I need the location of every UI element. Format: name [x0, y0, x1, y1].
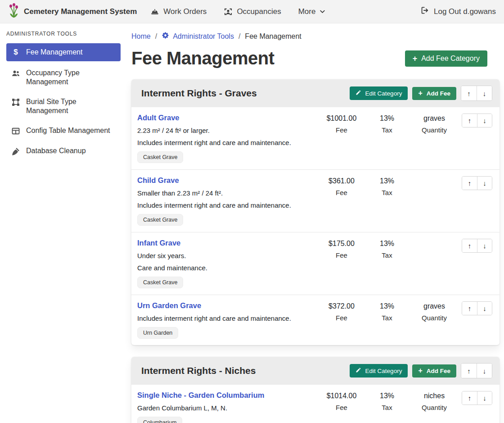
fee-description-1: Smaller than 2.23 m² / 24 ft².	[137, 189, 312, 197]
breadcrumb-current: Fee Management	[245, 32, 301, 41]
move-fee-down-button[interactable]: ↓	[477, 391, 492, 405]
users-icon	[11, 69, 21, 78]
breadcrumb: Home / Administrator Tools / Fee Managem…	[131, 32, 500, 41]
add-fee-button[interactable]: + Add Fee	[412, 364, 456, 378]
fee-name-link[interactable]: Urn Garden Grave	[137, 301, 201, 310]
top-navbar: Cemetery Management System Work Orders	[0, 0, 504, 23]
category-header: Interment Rights - Niches Edit Category …	[131, 357, 500, 385]
fee-info: Child Grave Smaller than 2.23 m² / 24 ft…	[137, 176, 317, 226]
move-fee-down-button[interactable]: ↓	[477, 114, 492, 127]
fee-row: Single Niche - Garden Columbarium Garden…	[131, 385, 500, 423]
fee-amount-value: $1014.00	[317, 392, 366, 400]
sidebar-item-database-cleanup[interactable]: Database Cleanup	[6, 143, 121, 159]
category-title: Interment Rights - Niches	[141, 365, 345, 376]
move-fee-down-button[interactable]: ↓	[477, 239, 492, 252]
fee-row: Infant Grave Under six years. Care and m…	[131, 232, 500, 295]
move-category-up-button[interactable]: ↑	[461, 364, 477, 378]
nav-links: Work Orders Occupancies More	[150, 7, 325, 16]
edit-category-button[interactable]: Edit Category	[350, 86, 408, 100]
category-header: Interment Rights - Graves Edit Category …	[131, 79, 500, 107]
tax-label: Tax	[366, 404, 408, 411]
edit-category-label: Edit Category	[365, 368, 402, 374]
user-frame-icon	[224, 7, 233, 16]
fee-reorder-group: ↑ ↓	[462, 391, 492, 405]
fee-name-link[interactable]: Adult Grave	[137, 114, 180, 122]
chevron-down-icon	[320, 9, 325, 14]
fee-info: Adult Grave 2.23 m² / 24 ft² or larger. …	[137, 114, 317, 163]
fee-reorder-group: ↑ ↓	[462, 301, 492, 315]
fee-tag-badge: Casket Grave	[137, 214, 183, 226]
fee-tag-badge: Casket Grave	[137, 277, 183, 288]
tax-value: 13%	[366, 392, 408, 400]
tax-cell: 13% Tax	[366, 391, 408, 411]
breadcrumb-admin-tools-label: Administrator Tools	[173, 32, 234, 41]
sign-out-icon	[420, 6, 429, 17]
tulip-logo-icon	[8, 3, 20, 20]
fee-amount-label: Fee	[317, 251, 366, 259]
move-fee-up-button[interactable]: ↑	[462, 114, 477, 127]
nav-item-occupancies[interactable]: Occupancies	[224, 7, 281, 16]
tax-label: Tax	[366, 189, 408, 196]
dollar-icon: $	[11, 48, 21, 56]
fee-name-link[interactable]: Child Grave	[137, 176, 179, 185]
breadcrumb-admin-tools-link[interactable]: Administrator Tools	[162, 32, 234, 41]
add-fee-category-button[interactable]: + Add Fee Category	[405, 50, 487, 67]
move-fee-up-button[interactable]: ↑	[462, 391, 477, 405]
fee-info: Single Niche - Garden Columbarium Garden…	[137, 391, 317, 423]
sidebar-item-fee-management[interactable]: $ Fee Management	[6, 43, 121, 61]
fee-tag-badge: Urn Garden	[137, 327, 178, 339]
category-reorder-group: ↑ ↓	[461, 363, 492, 378]
fee-description-1: Garden Columbarium L, M, N.	[137, 404, 312, 412]
fee-reorder-group: ↑ ↓	[462, 114, 492, 127]
fee-description-1: 2.23 m² / 24 ft² or larger.	[137, 127, 312, 134]
fee-amount-value: $1001.00	[317, 114, 366, 123]
add-fee-label: Add Fee	[427, 90, 450, 97]
quantity-cell: graves Quantity	[408, 301, 461, 322]
sidebar-item-occupancy-type-management[interactable]: Occupancy Type Management	[6, 65, 121, 90]
sidebar-item-burial-site-type-management[interactable]: Burial Site Type Management	[6, 94, 121, 119]
sidebar-item-config-table-management[interactable]: Config Table Management	[6, 123, 121, 139]
logout-button[interactable]: Log Out d.gowans	[420, 6, 496, 17]
breadcrumb-home-link[interactable]: Home	[131, 32, 151, 41]
sidebar-item-label: Database Cleanup	[26, 146, 86, 155]
add-fee-button[interactable]: + Add Fee	[412, 87, 456, 100]
fee-amount-value: $361.00	[317, 177, 366, 185]
categories-container: Interment Rights - Graves Edit Category …	[131, 79, 500, 423]
fee-amount-label: Fee	[317, 404, 366, 411]
quantity-label: Quantity	[408, 404, 461, 411]
fee-list: Adult Grave 2.23 m² / 24 ft² or larger. …	[131, 107, 500, 345]
tax-cell: 13% Tax	[366, 239, 408, 259]
move-fee-up-button[interactable]: ↑	[462, 302, 477, 315]
fee-amount-cell: $1014.00 Fee	[317, 391, 366, 411]
nav-label: Occupancies	[237, 7, 281, 16]
sidebar-item-label: Config Table Management	[26, 126, 110, 135]
move-fee-up-button[interactable]: ↑	[462, 177, 477, 190]
move-fee-down-button[interactable]: ↓	[477, 177, 492, 190]
quantity-value: graves	[408, 302, 461, 310]
app-brand: Cemetery Management System	[8, 3, 137, 20]
fee-description-2: Includes interment right and care and ma…	[137, 201, 312, 209]
move-fee-down-button[interactable]: ↓	[477, 302, 492, 315]
move-category-up-button[interactable]: ↑	[461, 86, 477, 100]
tax-label: Tax	[366, 314, 408, 322]
fee-name-link[interactable]: Infant Grave	[137, 239, 180, 247]
fee-amount-value: $175.00	[317, 240, 366, 248]
main-content: Home / Administrator Tools / Fee Managem…	[126, 23, 504, 423]
fee-description-1: Under six years.	[137, 252, 312, 259]
nav-item-work-orders[interactable]: Work Orders	[150, 7, 207, 16]
move-category-down-button[interactable]: ↓	[477, 364, 492, 378]
edit-category-button[interactable]: Edit Category	[350, 364, 408, 378]
sidebar-item-label: Fee Management	[26, 48, 82, 57]
nav-item-more[interactable]: More	[298, 7, 326, 16]
fee-row: Child Grave Smaller than 2.23 m² / 24 ft…	[131, 169, 500, 232]
move-category-down-button[interactable]: ↓	[477, 86, 492, 100]
tax-value: 13%	[366, 302, 408, 310]
edit-category-label: Edit Category	[365, 90, 402, 97]
fee-name-link[interactable]: Single Niche - Garden Columbarium	[137, 391, 264, 400]
broom-icon	[11, 147, 21, 156]
quantity-label: Quantity	[408, 126, 461, 134]
tax-value: 13%	[366, 177, 408, 185]
move-fee-up-button[interactable]: ↑	[462, 239, 477, 252]
sidebar-heading: ADMINISTRATOR TOOLS	[6, 31, 121, 37]
breadcrumb-separator: /	[238, 32, 240, 41]
